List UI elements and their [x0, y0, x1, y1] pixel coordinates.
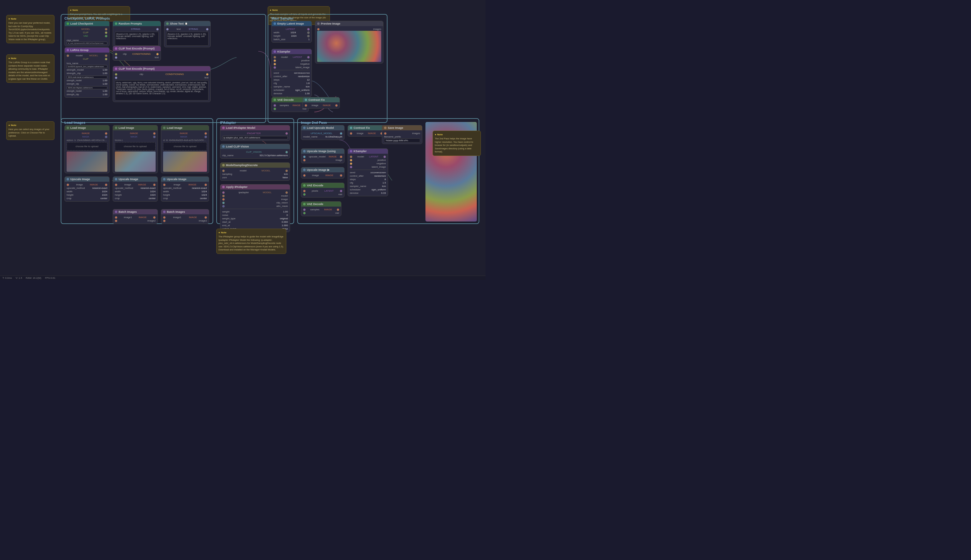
ipadapter-model-value[interactable]: ip-adapter-plus_sdxl_vit-h.safetensors — [222, 136, 288, 139]
empty-latent-node: Empty Latent Image LATENT width 1024 hei… — [271, 21, 312, 43]
clip-text-encode-neg-node: CLIP Text Encode (Prompt) clip CONDITION… — [113, 66, 211, 102]
load-checkpoint-header: Load Checkpoint — [65, 21, 109, 26]
random-prompts-header: Random Prompts — [113, 21, 160, 26]
show-text-node: Show Text 📋 text STRING (flowers:2.0), (… — [164, 21, 211, 47]
lora-loader-value[interactable]: SDXL/add-detail-xl.safetensors — [67, 76, 107, 79]
load-image-1-preview — [67, 152, 107, 172]
lora-2-value[interactable]: SDXL/ain-likglass.safetensors — [67, 86, 107, 89]
lora-name-value[interactable]: lcmSDXL/pytorch_lora_weights.safetensors — [67, 65, 107, 68]
batch-images-1-header: Batch Images — [113, 209, 157, 214]
upscale-image-using-header: Upscale Image (using — [301, 149, 344, 154]
filename-prefix-value[interactable]: %date:yyyy-MM-d%- — [384, 138, 420, 142]
load-image-1-header: Load Image — [65, 125, 109, 130]
loras-body: model MODEL CLIP lora_name lcmSDXL/pytor… — [65, 53, 109, 97]
load-upscale-model-node: Load Upscale Model UPSCALE_MODEL model_n… — [301, 125, 345, 140]
upscale-image-2nd-node: Upscale Image ▶ image IMAGE — [301, 167, 345, 178]
model-sampling-header: ModelSamplingDiscrete — [220, 163, 290, 168]
ckpt-name-row: ckpt_name xl_xsd_dynamism/XL/ABCinOneSty… — [67, 39, 107, 45]
ipadapter-title: IPAdapter — [218, 120, 292, 125]
note-left-3-body: Here you can select any images of your p… — [8, 128, 52, 138]
note-left-2-body: The LoRAs Group is a custom node that co… — [8, 61, 52, 81]
ksampler-main-node: KSampler model LATENT positive negative — [271, 49, 312, 97]
vae-output-row: VAE — [67, 34, 107, 38]
upscale-image-1-node: Upscale Image image IMAGE upscale_method… — [64, 177, 110, 202]
status-fps: FPS:0.61 — [45, 277, 55, 279]
loras-group-node: LoRAs Group model MODEL CLIP lora_name — [64, 47, 110, 98]
contrast-fix-2nd-header: Contrast Fix — [348, 125, 385, 130]
random-prompts-node: Random Prompts STRING (flowers:2.0), (ga… — [113, 21, 161, 47]
ipadapter-section: IPAdapter Load IPAdapter Model IPADAPTER… — [216, 118, 294, 224]
note-left-1-body: Here you can load your preferred model, … — [8, 22, 52, 41]
status-t: T: 0.0ms — [2, 277, 12, 279]
contrast-fix-2nd-node: Contrast Fix image IMAGE — [348, 125, 385, 137]
load-image-3-header: Load Image — [161, 125, 209, 130]
note-left-2: ● Note The LoRAs Group is a custom node … — [6, 55, 55, 83]
empty-latent-header: Empty Latent Image — [272, 21, 312, 26]
model-sampling-discrete-node: ModelSamplingDiscrete model MODEL sampli… — [220, 162, 290, 181]
contrast-fix-header: Contrast Fix — [303, 97, 340, 102]
load-image-2-preview — [115, 152, 155, 172]
note-ipadapter: ● Note The IPAdapter group helps to guid… — [216, 229, 286, 254]
vae-decode-2nd-header: VAE Decode — [301, 202, 341, 207]
upscale-image-using-node: Upscale Image (using upscale_model IMAGE… — [301, 148, 345, 163]
load-clip-vision-node: Load CLIP Vision CLIP_VISION clip_name S… — [220, 144, 290, 159]
load-ipadapter-header: Load IPAdapter Model — [220, 125, 290, 130]
load-images-section: Load Images Load Image IMAGE MASK agteon… — [61, 118, 213, 224]
ksampler-2nd-node: KSampler model LATENT positive negative — [348, 148, 388, 196]
preview-image-node: Preview Image images — [315, 21, 384, 63]
load-clip-vision-header: Load CLIP Vision — [220, 144, 290, 149]
note-left-3: ● Note Here you can select any images of… — [6, 121, 55, 140]
load-image-2-node: Load Image IMAGE MASK bicolor.c choose f… — [113, 125, 158, 173]
choose-upload-2[interactable]: choose file to upload — [115, 142, 155, 151]
status-vram: V: 1.5 — [15, 277, 22, 279]
load-image-3-node: Load Image IMAGE MASK st_bt_4b4fde4ba926… — [161, 125, 209, 173]
ksampler-2nd-header: KSampler — [348, 149, 388, 154]
load-ipadapter-model-node: Load IPAdapter Model IPADAPTER ip-adapte… — [220, 125, 290, 141]
upscale-image-2-node: Upscale Image image IMAGE upscale_method… — [113, 177, 158, 202]
load-image-3-filename: st_bt_4b4fde4ba926-4eaf-ae33-0a2c0450985… — [163, 139, 207, 141]
show-text-content: (flowers:2.0), (garden:1.5), (plants:1.3… — [166, 32, 209, 46]
clip-output-row: CLIP — [67, 31, 107, 34]
note-2nd-pass: ● Note The 2nd Pass helps the image have… — [432, 131, 481, 156]
status-bar: T: 0.0ms V: 1.5 RAM: 16.2(M) FPS:0.61 — [0, 276, 486, 280]
loras-header: LoRAs Group — [65, 48, 109, 53]
upscale-image-1-header: Upscale Image — [65, 177, 109, 182]
neg-prompt-text[interactable]: blurry, watermark, ugly, blurry, over-sa… — [115, 80, 209, 100]
load-images-title: Load Images — [63, 120, 211, 125]
choose-upload-3[interactable]: choose file to upload — [163, 142, 207, 151]
choose-upload-1[interactable]: choose file to upload — [67, 142, 107, 151]
load-image-1-filename: agteon_b_15e4c0d8defc-4df2-8f1d-13c2c5f4… — [67, 139, 107, 141]
canvas: ● Note Set your prompt here. You can add… — [0, 0, 486, 280]
note-header: ● Note — [70, 8, 128, 12]
preview-image-display — [317, 31, 381, 62]
clip-text-encode-pos-node: CLIP Text Encode (Prompt) clip CONDITION… — [113, 46, 161, 61]
main-sampler-title: Main Sampler — [270, 16, 385, 21]
note-header-right: ● Note — [270, 8, 328, 12]
contrast-fix-main-node: Contrast Fix image IMAGE — [302, 97, 340, 108]
checkpoint-section: Checkpoint, LoRA, Prompts Load Checkpoin… — [61, 14, 266, 123]
vae-encode-header: VAE Encode — [301, 183, 344, 188]
load-image-3-preview — [163, 152, 207, 172]
save-image-node: Save Image images filename_prefix %date:… — [382, 125, 422, 144]
apply-ipadapter-node: Apply IPAdapter ipadapter MODEL model im… — [220, 184, 290, 232]
load-checkpoint-body: MODEL CLIP VAE ckpt_name xl_xsd_dynamism… — [65, 26, 109, 46]
upscale-image-2-header: Upscale Image — [113, 177, 157, 182]
clip-encode-neg-header: CLIP Text Encode (Prompt) — [113, 66, 210, 71]
preview-image-header: Preview Image — [315, 21, 383, 26]
apply-ipadapter-header: Apply IPAdapter — [220, 185, 290, 190]
load-image-2-filename: bicolor.c — [115, 139, 155, 141]
clip-encode-pos-header: CLIP Text Encode (Prompt) — [113, 46, 160, 51]
main-sampler-section: Main Sampler Empty Latent Image LATENT w… — [268, 14, 387, 123]
status-ram: RAM: 16.2(M) — [26, 277, 42, 279]
load-upscale-model-header: Load Upscale Model — [301, 125, 344, 130]
vae-decode-2nd-node: VAE Decode samples IMAGE vae — [301, 201, 341, 216]
checkpoint-section-title: Checkpoint, LoRA, Prompts — [63, 16, 264, 21]
random-prompts-text[interactable]: (flowers:2.0), (garden:1.5), (plants:1.3… — [115, 32, 159, 46]
save-image-header: Save Image — [382, 125, 422, 130]
ksampler-main-header: KSampler — [272, 49, 312, 54]
note-ipadapter-body: The IPAdapter group helps to guide the m… — [219, 235, 284, 252]
checkpoint-value[interactable]: xl_xsd_dynamism/XL/ABCinOneStyleUxsd_rel… — [67, 42, 107, 45]
upscale-image-3-node: Upscale Image image IMAGE upscale_method… — [161, 177, 209, 202]
batch-images-1-node: Batch Images image1 IMAGE image2 — [113, 209, 158, 224]
batch-images-2-node: Batch Images image1 IMAGE image2 — [161, 209, 209, 224]
